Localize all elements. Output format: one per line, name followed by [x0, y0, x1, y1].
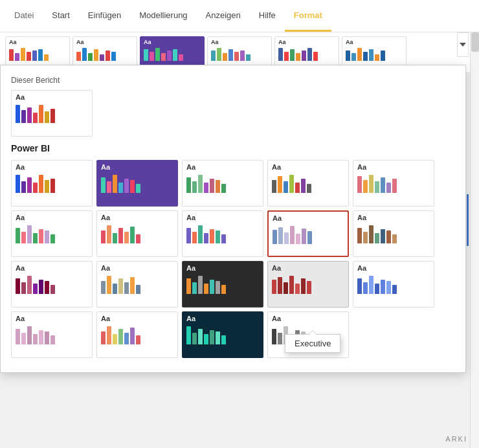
theme-pbi-5[interactable]: Aa	[353, 160, 434, 207]
themes-dropdown-arrow[interactable]	[457, 32, 469, 57]
section-power-bi: Power BI	[11, 143, 455, 153]
theme-pbi-13[interactable]: Aa	[267, 261, 349, 308]
tab-anzeigen[interactable]: Anzeigen	[197, 0, 250, 32]
theme-pbi-16[interactable]: Aa	[96, 311, 178, 358]
theme-pbi-11[interactable]: Aa	[96, 261, 178, 308]
theme-preview-4[interactable]: Aa	[207, 36, 272, 69]
theme-pbi-12[interactable]: Aa	[182, 261, 263, 308]
theme-pbi-6[interactable]: Aa	[11, 210, 93, 257]
tab-einfuegen[interactable]: Einfügen	[79, 0, 130, 32]
side-accent-line	[467, 194, 469, 246]
theme-pbi-14[interactable]: Aa	[353, 261, 434, 308]
tab-start[interactable]: Start	[43, 0, 78, 32]
theme-pbi-10[interactable]: Aa	[11, 261, 93, 308]
scrollbar-thumb[interactable]	[471, 32, 479, 52]
theme-pbi-executive[interactable]: Aa	[267, 210, 349, 257]
theme-pbi-15[interactable]: Aa	[11, 311, 93, 358]
theme-preview-5[interactable]: Aa	[274, 36, 339, 69]
ribbon-bar: Datei Start Einfügen Modellierung Anzeig…	[0, 0, 479, 32]
section-this-report: Dieser Bericht	[11, 76, 455, 85]
theme-pbi-7[interactable]: Aa	[96, 210, 178, 257]
theme-pbi-3[interactable]: Aa	[182, 160, 263, 207]
theme-pbi-4[interactable]: Aa	[267, 160, 349, 207]
theme-preview-3[interactable]: Aa	[140, 36, 205, 69]
scrollbar[interactable]	[470, 32, 479, 448]
theme-preview-2[interactable]: Aa	[72, 36, 137, 69]
executive-tooltip: Executive	[285, 334, 340, 353]
theme-preview-1[interactable]: Aa	[5, 36, 70, 69]
theme-pbi-17[interactable]: Aa	[182, 311, 263, 358]
theme-aa-label: Aa	[16, 93, 88, 101]
theme-pbi-2[interactable]: Aa	[96, 160, 178, 207]
theme-pbi-8[interactable]: Aa	[182, 210, 263, 257]
power-bi-grid-row2: Aa Aa	[11, 210, 455, 257]
themes-dropdown-panel: Dieser Bericht Aa Power BI Aa	[0, 65, 466, 373]
power-bi-grid-row4: Aa Aa	[11, 311, 455, 358]
tab-modellierung[interactable]: Modellierung	[130, 0, 196, 32]
tab-format[interactable]: Format	[285, 0, 331, 32]
theme-this-report-1[interactable]: Aa	[11, 90, 93, 137]
theme-pbi-9[interactable]: Aa	[353, 210, 434, 257]
power-bi-grid-row3: Aa Aa	[11, 261, 455, 308]
watermark-text: ARKI	[445, 435, 467, 443]
this-report-grid: Aa	[11, 90, 455, 137]
tab-datei[interactable]: Datei	[5, 0, 43, 32]
power-bi-grid-row1: Aa Aa	[11, 160, 455, 207]
theme-preview-6[interactable]: Aa	[342, 36, 407, 69]
tab-hilfe[interactable]: Hilfe	[250, 0, 285, 32]
theme-pbi-1[interactable]: Aa	[11, 160, 93, 207]
